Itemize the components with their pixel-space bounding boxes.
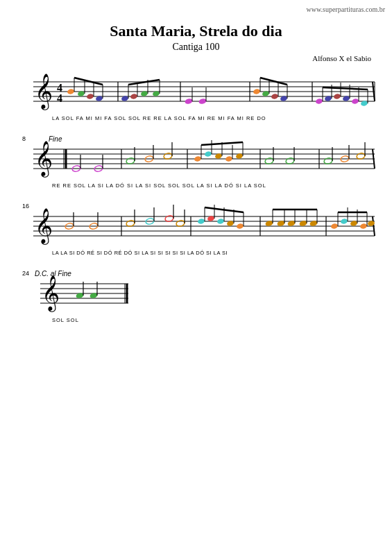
svg-text:4: 4 <box>57 92 62 104</box>
svg-point-47 <box>333 93 341 99</box>
page-title: Santa Maria, Strela do dia <box>14 22 378 40</box>
svg-point-129 <box>236 223 244 229</box>
svg-text:𝄞: 𝄞 <box>35 141 53 178</box>
svg-point-16 <box>86 93 94 99</box>
svg-point-81 <box>194 155 201 162</box>
section-fine: Fine <box>49 135 62 143</box>
svg-line-22 <box>74 78 103 85</box>
staff-row-4: 24 D.C. al Fine 𝄞 SOL SOL <box>14 270 378 323</box>
note-labels-3: LA LA SI DÓ RÉ SI DÓ RÉ DÓ SI LA SI SI S… <box>14 250 378 256</box>
svg-point-14 <box>67 88 74 94</box>
svg-point-33 <box>198 98 207 105</box>
measure-num-4: 24 <box>22 270 29 277</box>
note-labels-2: RE RE SOL LA SI LA DÓ SI LA SI SOL SOL S… <box>14 182 378 189</box>
page-subtitle: Cantiga 100 <box>14 42 378 53</box>
svg-point-36 <box>253 88 260 94</box>
svg-point-150 <box>359 223 367 229</box>
note-labels-4: SOL SOL <box>14 317 378 323</box>
composer-label: Alfonso X el Sabio <box>14 54 371 62</box>
measure-num-3: 16 <box>22 203 29 210</box>
svg-point-82 <box>204 151 212 157</box>
staff-svg-2: 𝄞 <box>14 135 378 182</box>
svg-text:𝄞: 𝄞 <box>35 74 53 110</box>
staff-svg-3: 𝄞 <box>14 203 378 250</box>
measure-num-2: 8 <box>22 135 26 142</box>
website-label: www.superpartituras.com.br <box>307 6 386 13</box>
svg-point-147 <box>330 223 338 229</box>
svg-point-127 <box>216 218 224 224</box>
svg-point-32 <box>185 98 193 105</box>
svg-point-49 <box>351 98 359 104</box>
svg-point-148 <box>340 218 348 224</box>
svg-line-44 <box>260 78 287 85</box>
svg-text:𝄞: 𝄞 <box>35 208 53 245</box>
section-dc: D.C. al Fine <box>35 270 71 278</box>
staff-row-3: 16 𝄞 <box>14 203 378 256</box>
svg-point-125 <box>197 218 205 224</box>
svg-point-38 <box>271 93 278 99</box>
svg-line-57 <box>323 87 368 89</box>
svg-point-24 <box>130 93 137 99</box>
svg-point-84 <box>225 155 232 162</box>
staff-svg-1: 𝄞 4 4 <box>14 68 378 115</box>
staff-row-1: 𝄞 4 4 <box>14 68 378 121</box>
staff-row-2: 8 Fine 𝄞 <box>14 135 378 189</box>
note-labels-1: LA SOL FA MI MI FA SOL SOL RE RE LA SOL … <box>14 115 378 121</box>
svg-text:𝄞: 𝄞 <box>42 275 60 312</box>
svg-point-45 <box>315 98 323 104</box>
